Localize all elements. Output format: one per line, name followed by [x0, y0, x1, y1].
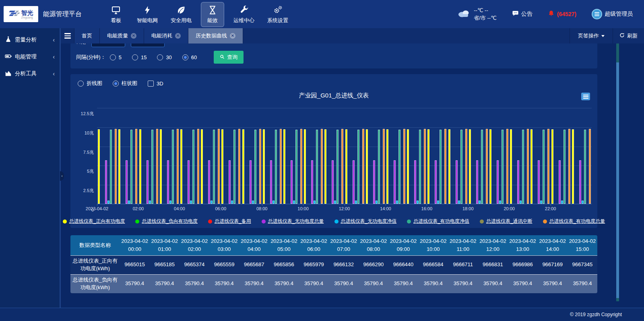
- table-header-time-col: 2023-04-02 15:00: [568, 235, 597, 255]
- tab-operations-dropdown[interactable]: 页签操作: [570, 28, 613, 43]
- legend-item[interactable]: 总进线仪表_正向有功电度: [63, 218, 125, 225]
- tab-电能消耗[interactable]: 电能消耗✕: [144, 28, 188, 43]
- bar: [568, 129, 570, 204]
- x-tick-label: 22:00: [545, 206, 556, 211]
- avatar-icon: [592, 9, 602, 19]
- nav-item-看板[interactable]: 看板: [104, 2, 128, 27]
- bar: [98, 129, 100, 204]
- bar: [547, 129, 549, 204]
- interval-radio-15[interactable]: 15: [132, 54, 147, 60]
- close-icon[interactable]: ✕: [175, 33, 181, 39]
- legend-item[interactable]: 总进线仪表_备用: [208, 218, 251, 225]
- chart-type-radio-折线图[interactable]: 折线图: [78, 80, 102, 87]
- bar: [398, 130, 400, 204]
- refresh-button[interactable]: 刷新: [613, 28, 644, 43]
- legend-item[interactable]: 总进线仪表_无功电度净值: [334, 218, 397, 225]
- y-tick-label: 2.5兆: [83, 188, 94, 194]
- bar: [115, 129, 117, 204]
- interval-radio-60[interactable]: 60: [182, 54, 197, 60]
- table-header-time-col: 2023-04-02 07:00: [329, 235, 359, 255]
- cell-value: 35790.4: [568, 274, 597, 293]
- battery-icon: [5, 53, 12, 61]
- checkbox-3d[interactable]: 3D: [148, 81, 163, 87]
- tab-label: 电能消耗: [151, 32, 172, 39]
- legend-marker-icon: [63, 220, 67, 224]
- bar-group-18:00: [468, 108, 489, 204]
- checkbox-icon: [148, 81, 154, 87]
- bar: [169, 201, 171, 204]
- sidebar-item-电能管理[interactable]: 电能管理‹: [0, 48, 60, 65]
- chart-type-radio-柱状图[interactable]: 柱状图: [113, 80, 137, 87]
- scrollbar-thumb[interactable]: [616, 62, 619, 298]
- table-header-time-col: 2023-04-02 06:00: [299, 235, 328, 255]
- search-button[interactable]: 查询: [214, 51, 244, 64]
- x-tick-label: 2023-04-02: [86, 206, 108, 211]
- bar: [444, 129, 446, 204]
- legend-marker-icon: [407, 220, 411, 224]
- content: 首页电能质量✕电能消耗✕历史数据曲线✕ 页签操作 刷新 日期 2023-04-0…: [61, 28, 644, 308]
- cell-value: 35790.4: [418, 274, 448, 293]
- nav-item-系统设置[interactable]: 系统设置: [264, 2, 292, 27]
- bar: [538, 160, 540, 204]
- legend-item[interactable]: 总进线仪表_无功电度总量: [262, 218, 324, 225]
- date-to-input[interactable]: 2023-04-02: [131, 43, 165, 47]
- nav-item-label: 安全用电: [171, 17, 192, 24]
- nav-item-安全用电[interactable]: 安全用电: [167, 2, 195, 27]
- tab-历史数据曲线[interactable]: 历史数据曲线✕: [188, 28, 243, 43]
- nav-item-运维中心[interactable]: 运维中心: [230, 2, 258, 27]
- chart-context-menu-icon[interactable]: [581, 93, 590, 100]
- nav-item-能效[interactable]: 能效: [201, 2, 224, 27]
- legend-item[interactable]: 总进线仪表_通讯中断: [480, 218, 533, 225]
- sidebar-item-需量分析[interactable]: 需量分析‹: [0, 31, 60, 48]
- close-icon[interactable]: ✕: [230, 33, 235, 39]
- bar-group-10:00: [303, 108, 324, 204]
- bar: [589, 129, 591, 204]
- legend-item[interactable]: 总进线仪表_负向有功电度: [135, 218, 198, 225]
- x-tick-label: 06:00: [215, 206, 226, 211]
- table-header-time-col: 2023-04-02 08:00: [359, 235, 388, 255]
- bar: [407, 129, 409, 204]
- interval-row: 间隔(分钟)： 5153060 查询: [76, 51, 597, 64]
- chart-panel: 折线图柱状图3D 产业园_G01_总进线_仪表 02.5兆5兆7.5兆10兆12…: [70, 74, 597, 228]
- cell-value: 35790.4: [388, 274, 418, 293]
- bar-group-01:00: [118, 108, 138, 204]
- bar: [530, 129, 533, 204]
- sidebar-item-分析工具[interactable]: 分析工具‹: [0, 65, 60, 82]
- bar: [110, 130, 112, 204]
- interval-option-label: 15: [141, 54, 147, 60]
- bar: [304, 129, 306, 204]
- date-from-input[interactable]: 2023-04-02: [91, 43, 125, 47]
- bar-group-07:00: [241, 108, 262, 204]
- chart-title-row: 产业园_G01_总进线_仪表: [70, 92, 597, 102]
- bar: [272, 201, 275, 204]
- nav-item-智能电网[interactable]: 智能电网: [133, 2, 161, 27]
- tab-首页[interactable]: 首页: [74, 28, 100, 43]
- tab-电能质量[interactable]: 电能质量✕: [100, 28, 144, 43]
- bar: [510, 129, 512, 204]
- vertical-scrollbar[interactable]: [616, 43, 619, 301]
- x-axis-labels: 2023-04-0202:0004:0006:0008:0010:0012:00…: [97, 205, 592, 214]
- tab-operations-label: 页签操作: [578, 32, 599, 39]
- bar: [135, 129, 137, 204]
- user-menu[interactable]: 超级管理员: [592, 9, 633, 19]
- bar: [559, 160, 561, 204]
- chevron-left-icon: ‹: [53, 54, 55, 60]
- hamburger-menu-icon[interactable]: [61, 28, 74, 43]
- table-header-time-col: 2023-04-02 09:00: [388, 235, 418, 255]
- bar: [270, 160, 272, 204]
- footer: © 2019 zgzdh Copyright: [0, 308, 644, 321]
- cell-value: 35790.4: [269, 274, 299, 293]
- tabs: 首页电能质量✕电能消耗✕历史数据曲线✕: [74, 28, 243, 43]
- interval-radio-30[interactable]: 30: [157, 54, 171, 60]
- table-row: 总进线仪表_正向有功电度(kWh)96650159665185966537496…: [70, 255, 597, 274]
- close-icon[interactable]: ✕: [131, 33, 136, 39]
- bar: [373, 160, 375, 204]
- legend-item[interactable]: 总进线仪表_有功电度净值: [407, 218, 469, 225]
- bar: [355, 201, 357, 204]
- bar: [252, 201, 254, 204]
- alarm-button[interactable]: (64527): [548, 10, 576, 18]
- bar: [314, 201, 316, 204]
- interval-radio-5[interactable]: 5: [110, 54, 122, 60]
- notice-button[interactable]: 公告: [512, 10, 533, 18]
- legend-item[interactable]: 总进线仪表_有功电度总量: [543, 218, 605, 225]
